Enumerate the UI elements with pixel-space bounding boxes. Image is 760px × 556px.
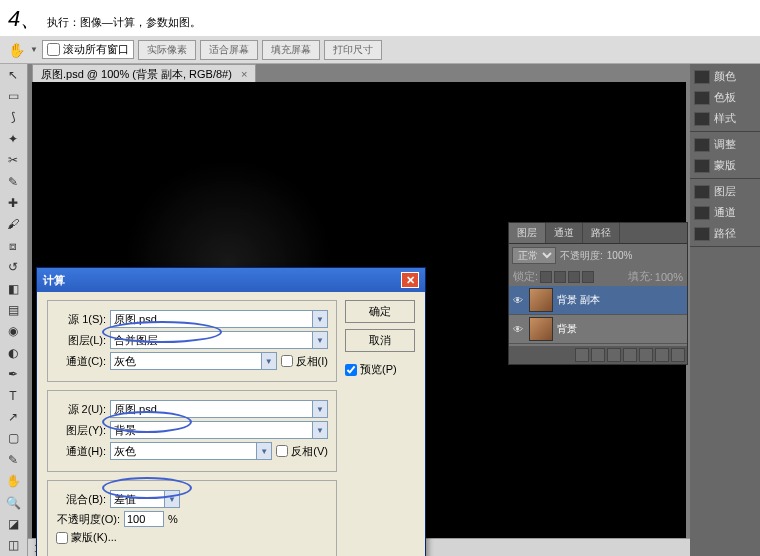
layer-thumbnail[interactable]: [529, 317, 553, 341]
adjustments-panel-tab[interactable]: 调整: [692, 134, 758, 155]
close-icon[interactable]: ✕: [401, 272, 419, 288]
masks-panel-tab[interactable]: 蒙版: [692, 155, 758, 176]
source2-group: 源 2(U): 原图.psd▼ 图层(Y): 背景▼ 通道(H): 灰色▼ 反相…: [47, 390, 337, 472]
layers-icon: [694, 185, 710, 199]
fit-screen-button[interactable]: 适合屏幕: [200, 40, 258, 60]
layers-panel-tab[interactable]: 图层: [692, 181, 758, 202]
lock-all-icon[interactable]: [582, 271, 594, 283]
tool-palette: ↖ ▭ ⟆ ✦ ✂ ✎ ✚ 🖌 ⧈ ↺ ◧ ▤ ◉ ◐ ✒ T ↗ ▢ ✎ ✋ …: [0, 64, 28, 556]
source1-label: 源 1(S):: [56, 312, 106, 327]
fill-screen-button[interactable]: 填充屏幕: [262, 40, 320, 60]
source2-invert-checkbox[interactable]: 反相(V): [276, 444, 328, 459]
preview-checkbox[interactable]: 预览(P): [345, 362, 415, 377]
scroll-all-windows-checkbox[interactable]: 滚动所有窗口: [42, 40, 134, 59]
new-layer-icon[interactable]: [655, 348, 669, 362]
pen-tool-icon[interactable]: ✒: [0, 363, 26, 384]
hand-tool-icon: ✋: [6, 40, 26, 60]
blend-mode-select[interactable]: 差值▼: [110, 490, 180, 508]
marquee-tool-icon[interactable]: ▭: [0, 85, 26, 106]
styles-panel-tab[interactable]: 样式: [692, 108, 758, 129]
layers-panel[interactable]: 图层 通道 路径 正常 不透明度: 100% 锁定: 填充: 100% 👁 背景…: [508, 222, 688, 365]
chevron-down-icon: ▼: [256, 443, 271, 459]
layer-item[interactable]: 👁 背景 副本: [509, 286, 687, 315]
cancel-button[interactable]: 取消: [345, 329, 415, 352]
tab-paths[interactable]: 路径: [583, 223, 620, 243]
scroll-all-check[interactable]: [47, 43, 60, 56]
tab-channels[interactable]: 通道: [546, 223, 583, 243]
heal-tool-icon[interactable]: ✚: [0, 192, 26, 213]
lock-pixels-icon[interactable]: [554, 271, 566, 283]
blur-tool-icon[interactable]: ◉: [0, 321, 26, 342]
source2-layer-select[interactable]: 背景▼: [110, 421, 328, 439]
gradient-tool-icon[interactable]: ▤: [0, 299, 26, 320]
close-tab-icon[interactable]: ×: [241, 68, 247, 80]
source1-channel-label: 通道(C):: [56, 354, 106, 369]
mask-checkbox[interactable]: 蒙版(K)...: [56, 530, 117, 545]
layer-thumbnail[interactable]: [529, 288, 553, 312]
crop-tool-icon[interactable]: ✂: [0, 150, 26, 171]
fx-icon[interactable]: [591, 348, 605, 362]
blend-group: 混合(B): 差值▼ 不透明度(O): % 蒙版(K)...: [47, 480, 337, 556]
swatches-panel-tab[interactable]: 色板: [692, 87, 758, 108]
stamp-tool-icon[interactable]: ⧈: [0, 235, 26, 256]
wand-tool-icon[interactable]: ✦: [0, 128, 26, 149]
percent-label: %: [168, 513, 178, 525]
delete-layer-icon[interactable]: [671, 348, 685, 362]
dodge-tool-icon[interactable]: ◐: [0, 342, 26, 363]
source1-layer-select[interactable]: 合并图层▼: [110, 331, 328, 349]
blend-label: 混合(B):: [56, 492, 106, 507]
tab-layers[interactable]: 图层: [509, 223, 546, 243]
paths-panel-tab[interactable]: 路径: [692, 223, 758, 244]
ok-button[interactable]: 确定: [345, 300, 415, 323]
path-tool-icon[interactable]: ↗: [0, 406, 26, 427]
panel-dock: 颜色 色板 样式 调整 蒙版 图层 通道 路径: [690, 64, 760, 556]
group-icon[interactable]: [639, 348, 653, 362]
source1-file-select[interactable]: 原图.psd▼: [110, 310, 328, 328]
channels-panel-tab[interactable]: 通道: [692, 202, 758, 223]
step-number: 4、: [8, 6, 42, 31]
chevron-down-icon: ▼: [312, 422, 327, 438]
eraser-tool-icon[interactable]: ◧: [0, 278, 26, 299]
layer-item[interactable]: 👁 背景: [509, 315, 687, 344]
mask-add-icon[interactable]: [607, 348, 621, 362]
source2-file-select[interactable]: 原图.psd▼: [110, 400, 328, 418]
styles-icon: [694, 112, 710, 126]
opacity-input[interactable]: [124, 511, 164, 527]
source1-invert-checkbox[interactable]: 反相(I): [281, 354, 328, 369]
document-tab[interactable]: 原图.psd @ 100% (背景 副本, RGB/8#) ×: [32, 64, 256, 84]
move-tool-icon[interactable]: ↖: [0, 64, 26, 85]
step-text: 执行：图像—计算，参数如图。: [47, 16, 201, 28]
fill-value[interactable]: 100%: [655, 271, 683, 283]
print-size-button[interactable]: 打印尺寸: [324, 40, 382, 60]
chevron-down-icon: ▼: [312, 401, 327, 417]
dropdown-icon[interactable]: ▼: [30, 45, 38, 54]
source1-channel-select[interactable]: 灰色▼: [110, 352, 277, 370]
lasso-tool-icon[interactable]: ⟆: [0, 107, 26, 128]
color-panel-tab[interactable]: 颜色: [692, 66, 758, 87]
chevron-down-icon: ▼: [261, 353, 276, 369]
calculations-dialog[interactable]: 计算 ✕ 源 1(S): 原图.psd▼ 图层(L): 合并图层▼ 通道(C):: [36, 267, 426, 556]
zoom-tool-icon[interactable]: 🔍: [0, 492, 26, 513]
quickmask-icon[interactable]: ◫: [0, 535, 26, 556]
link-layers-icon[interactable]: [575, 348, 589, 362]
swatch-toggle-icon[interactable]: ◪: [0, 513, 26, 534]
visibility-icon[interactable]: 👁: [511, 322, 525, 336]
history-brush-icon[interactable]: ↺: [0, 257, 26, 278]
adjustment-layer-icon[interactable]: [623, 348, 637, 362]
source2-channel-select[interactable]: 灰色▼: [110, 442, 272, 460]
dialog-titlebar[interactable]: 计算 ✕: [37, 268, 425, 292]
lock-transparent-icon[interactable]: [540, 271, 552, 283]
lock-position-icon[interactable]: [568, 271, 580, 283]
blend-mode-select[interactable]: 正常: [512, 247, 556, 264]
tutorial-step: 4、 执行：图像—计算，参数如图。: [0, 0, 760, 38]
adjust-icon: [694, 138, 710, 152]
hand-tool-icon[interactable]: ✋: [0, 470, 26, 491]
opacity-value[interactable]: 100%: [607, 250, 633, 261]
shape-tool-icon[interactable]: ▢: [0, 428, 26, 449]
notes-tool-icon[interactable]: ✎: [0, 449, 26, 470]
brush-tool-icon[interactable]: 🖌: [0, 214, 26, 235]
eyedropper-tool-icon[interactable]: ✎: [0, 171, 26, 192]
actual-pixels-button[interactable]: 实际像素: [138, 40, 196, 60]
type-tool-icon[interactable]: T: [0, 385, 26, 406]
visibility-icon[interactable]: 👁: [511, 293, 525, 307]
